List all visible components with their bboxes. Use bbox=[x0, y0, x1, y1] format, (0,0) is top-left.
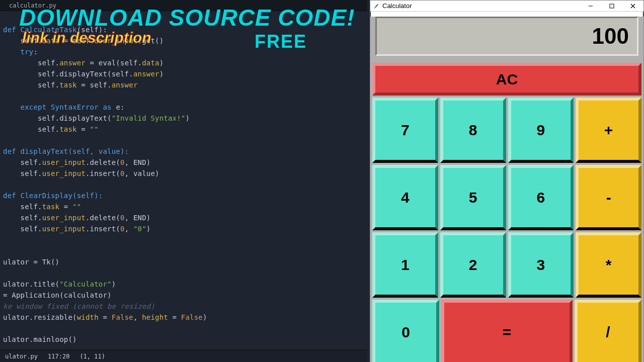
calculator-window: Calculator 100 AC 7 8 9 + 4 5 6 - bbox=[370, 0, 644, 362]
status-sel: (1, 11) bbox=[79, 353, 105, 360]
digit-8-button[interactable]: 8 bbox=[440, 98, 506, 163]
maximize-button[interactable] bbox=[601, 1, 622, 12]
calculator-title-text: Calculator bbox=[382, 2, 412, 10]
digit-2-button[interactable]: 2 bbox=[440, 232, 506, 298]
close-button[interactable] bbox=[622, 1, 643, 12]
minimize-button[interactable] bbox=[580, 1, 601, 12]
divide-button[interactable]: / bbox=[575, 300, 641, 362]
plus-button[interactable]: + bbox=[576, 98, 641, 163]
digit-7-button[interactable]: 7 bbox=[372, 98, 438, 163]
code-editor: calculator.py def CalculateTask(self): s… bbox=[0, 0, 367, 362]
editor-tab-bar: calculator.py bbox=[0, 0, 367, 11]
digit-1-button[interactable]: 1 bbox=[372, 232, 438, 298]
status-pos: 117:20 bbox=[48, 353, 69, 360]
digit-6-button[interactable]: 6 bbox=[508, 165, 574, 230]
digit-4-button[interactable]: 4 bbox=[372, 165, 438, 230]
digit-5-button[interactable]: 5 bbox=[440, 165, 506, 230]
digit-9-button[interactable]: 9 bbox=[508, 98, 574, 163]
equals-button[interactable]: = bbox=[441, 300, 573, 362]
status-file: ulator.py bbox=[5, 353, 38, 360]
ac-button[interactable]: AC bbox=[372, 63, 641, 96]
calculator-titlebar[interactable]: Calculator bbox=[370, 1, 643, 12]
code-area[interactable]: def CalculateTask(self): self.data = sel… bbox=[0, 11, 367, 358]
tk-feather-icon bbox=[373, 3, 379, 9]
minus-button[interactable]: - bbox=[576, 165, 641, 230]
digit-3-button[interactable]: 3 bbox=[508, 232, 574, 298]
editor-tab[interactable]: calculator.py bbox=[9, 2, 56, 9]
status-bar: ulator.py 117:20 (1, 11) bbox=[0, 350, 367, 362]
calculator-display: 100 bbox=[375, 17, 638, 56]
svg-rect-1 bbox=[610, 4, 614, 8]
multiply-button[interactable]: * bbox=[576, 232, 641, 298]
digit-0-button[interactable]: 0 bbox=[372, 300, 439, 362]
